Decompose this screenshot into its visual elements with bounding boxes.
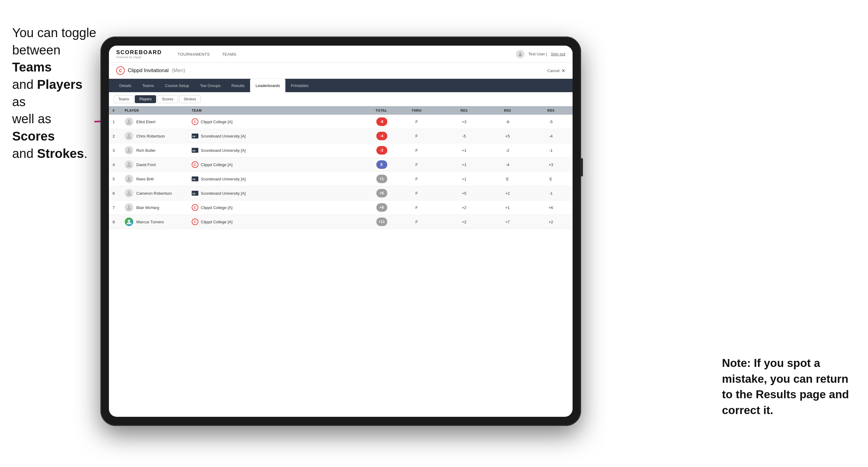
cell-rd1: +1 <box>442 143 486 158</box>
cell-player: David Ford <box>121 158 188 172</box>
cell-rank: 1 <box>109 115 121 129</box>
cell-thru: F <box>391 115 443 129</box>
cell-rd2: +1 <box>486 200 529 215</box>
tab-tee-groups[interactable]: Tee Groups <box>195 79 226 92</box>
sub-tab-teams[interactable]: Teams <box>114 95 133 103</box>
sub-tab-scores[interactable]: Scores <box>157 95 178 103</box>
cell-rd1: +5 <box>442 186 486 200</box>
team-name: Clippd College [A] <box>201 220 232 224</box>
tablet-screen: SCOREBOARD Powered by clippd TOURNAMENTS… <box>109 45 572 417</box>
svg-text:SB: SB <box>192 178 196 180</box>
nav-teams[interactable]: TEAMS <box>216 50 243 60</box>
cell-rd1: +2 <box>442 215 486 229</box>
col-header-rank: # <box>109 106 121 115</box>
cancel-button[interactable]: Cancel ✕ <box>547 68 565 74</box>
cell-total: +1 <box>334 172 391 186</box>
cell-player: Blair McHarg <box>121 200 188 215</box>
cell-total: E <box>334 158 391 172</box>
svg-point-13 <box>128 191 130 193</box>
svg-point-17 <box>128 220 130 222</box>
cell-player: Cameron Robertson <box>121 186 188 200</box>
sub-tab-strokes[interactable]: Strokes <box>179 95 201 103</box>
svg-point-1 <box>519 52 521 54</box>
header-left: SCOREBOARD Powered by clippd TOURNAMENTS… <box>116 49 243 59</box>
left-annotation: You can toggle between Teams and Players… <box>12 24 97 162</box>
sub-tab-players[interactable]: Players <box>135 95 156 103</box>
tab-teams[interactable]: Teams <box>137 79 159 92</box>
table-row: 5Rees BrittSBScoreboard University [A]+1… <box>109 172 572 186</box>
svg-point-2 <box>128 120 130 122</box>
team-name: Clippd College [A] <box>201 120 232 124</box>
svg-point-6 <box>128 148 130 151</box>
table-row: 7Blair McHargCClippd College [A]+8F+2+1+… <box>109 200 572 215</box>
cancel-label: Cancel <box>547 68 559 73</box>
cell-thru: F <box>391 158 443 172</box>
app-header: SCOREBOARD Powered by clippd TOURNAMENTS… <box>109 45 572 63</box>
player-name: Cameron Robertson <box>136 191 172 196</box>
tab-printables[interactable]: Printables <box>285 79 314 92</box>
cell-thru: F <box>391 215 443 229</box>
player-name: Blair McHarg <box>136 205 159 210</box>
col-header-team: TEAM <box>188 106 334 115</box>
tab-course-setup[interactable]: Course Setup <box>159 79 195 92</box>
team-name: Scoreboard University [A] <box>201 148 246 153</box>
tab-leaderboards[interactable]: Leaderboards <box>250 79 285 92</box>
svg-point-10 <box>128 177 130 179</box>
tablet-device: SCOREBOARD Powered by clippd TOURNAMENTS… <box>100 36 581 426</box>
right-annotation: Note: If you spot a mistake, you can ret… <box>722 355 850 418</box>
cell-rd2: +2 <box>486 186 529 200</box>
tab-results[interactable]: Results <box>226 79 250 92</box>
tournament-name: Clippd Invitational <box>128 67 168 74</box>
cell-rank: 4 <box>109 158 121 172</box>
team-name: Scoreboard University [A] <box>201 177 246 181</box>
tournament-bar: C Clippd Invitational (Men) Cancel ✕ <box>109 63 572 79</box>
clippd-logo: C <box>116 66 125 75</box>
cell-rd2: -2 <box>486 143 529 158</box>
svg-point-9 <box>128 162 130 165</box>
cell-rank: 3 <box>109 143 121 158</box>
nav-tournaments[interactable]: TOURNAMENTS <box>172 50 216 60</box>
col-header-rd3: RD3 <box>529 106 572 115</box>
bold-scores: Scores <box>12 129 55 143</box>
cell-rd1: +1 <box>442 158 486 172</box>
cell-total: +6 <box>334 186 391 200</box>
cell-rd3: -1 <box>529 186 572 200</box>
tournament-gender: (Men) <box>172 67 185 74</box>
cell-team: SBScoreboard University [A] <box>188 129 334 143</box>
tournament-title: C Clippd Invitational (Men) <box>116 66 185 75</box>
cell-rd1: +3 <box>442 115 486 129</box>
cell-rank: 5 <box>109 172 121 186</box>
sub-tabs: Teams Players Scores Strokes <box>109 92 572 106</box>
cell-total: -4 <box>334 129 391 143</box>
table-row: 6Cameron RobertsonSBScoreboard Universit… <box>109 186 572 200</box>
cell-rd3: -5 <box>529 115 572 129</box>
cell-rd3: -4 <box>529 129 572 143</box>
cell-rd3: +6 <box>529 200 572 215</box>
table-header-row: # PLAYER TEAM TOTAL THRU RD1 RD2 RD3 <box>109 106 572 115</box>
tab-details[interactable]: Details <box>114 79 137 92</box>
cell-team: CClippd College [A] <box>188 200 334 215</box>
team-name: Clippd College [A] <box>201 162 232 167</box>
table-row: 4David FordCClippd College [A]EF+1-4+3 <box>109 158 572 172</box>
player-name: Rich Butler <box>136 148 156 153</box>
bold-players: Players <box>37 77 83 92</box>
col-header-player: PLAYER <box>121 106 188 115</box>
cell-rank: 6 <box>109 186 121 200</box>
cell-player: Elliot Ebert <box>121 115 188 129</box>
note-label: Note: If you spot a mistake, you can ret… <box>722 357 849 416</box>
player-name: Marcus Turners <box>136 220 164 224</box>
header-right: Test User | Sign out <box>516 50 565 58</box>
bold-teams: Teams <box>12 60 52 74</box>
cell-player: Chris Robertson <box>121 129 188 143</box>
svg-text:SB: SB <box>192 193 196 195</box>
player-name: Chris Robertson <box>136 134 165 138</box>
team-name: Clippd College [A] <box>201 205 232 210</box>
cell-rd2: -4 <box>486 158 529 172</box>
sign-out-link[interactable]: Sign out <box>551 52 565 56</box>
table-row: 1Elliot EbertCClippd College [A]-8F+3-6-… <box>109 115 572 129</box>
cell-rd1: +2 <box>442 200 486 215</box>
main-nav: TOURNAMENTS TEAMS <box>172 49 243 59</box>
cell-team: CClippd College [A] <box>188 158 334 172</box>
cell-rank: 8 <box>109 215 121 229</box>
table-row: 8Marcus TurnersCClippd College [A]+11F+2… <box>109 215 572 229</box>
